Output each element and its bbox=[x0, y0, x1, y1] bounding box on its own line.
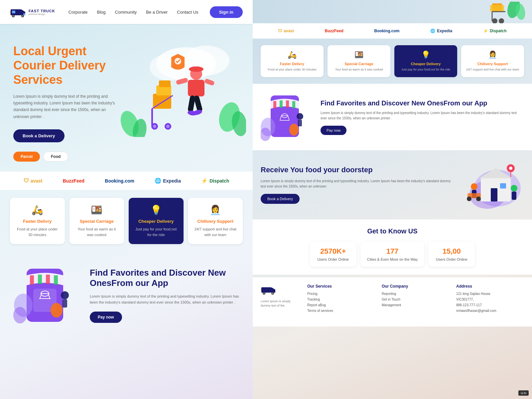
footer-link-reportabug[interactable]: Report aBug bbox=[307, 303, 375, 307]
right-book-delivery-button[interactable]: Book a Delivery bbox=[261, 194, 300, 204]
svg-point-37 bbox=[166, 125, 170, 128]
right-fc-cheaper-desc: Just pay for your food,not for the ride bbox=[398, 67, 454, 72]
right-panel: 🛡 avast BuzzFeed Booking.com 🌐 Expedia ⚡… bbox=[253, 0, 532, 399]
feature-support-title: Chilivery Support bbox=[193, 219, 238, 224]
feature-cheaper-desc: Just pay for your food,not for the ride bbox=[133, 226, 179, 237]
footer-link-reporting[interactable]: Reporting bbox=[382, 292, 450, 296]
footer-link-pricing[interactable]: Pricing bbox=[307, 292, 375, 296]
app-description: Lorem Ipsum is simply dummy text of the … bbox=[90, 293, 239, 306]
partner-avast: 🛡 avast bbox=[24, 178, 43, 184]
right-find-desc: Lorem Ipsum is simply dummy text of the … bbox=[321, 110, 524, 121]
nav-community[interactable]: Community bbox=[115, 10, 137, 15]
svg-rect-85 bbox=[261, 287, 271, 293]
svg-point-67 bbox=[289, 124, 299, 136]
type-parcel-button[interactable]: Parcel bbox=[13, 152, 40, 162]
svg-point-90 bbox=[272, 293, 273, 294]
footer-address-title: Address bbox=[456, 284, 524, 289]
partner-booking: Booking.com bbox=[105, 178, 134, 184]
footer-col-services: Our Services Pricing Tracking Report aBu… bbox=[307, 284, 375, 315]
svg-point-53 bbox=[492, 18, 497, 23]
right-find-fav-section: Find Favorites and Discover New OnesFrom… bbox=[253, 84, 532, 150]
svg-point-83 bbox=[467, 197, 471, 201]
app-title: Find Favorites and Discover New OnesFrom… bbox=[90, 268, 239, 288]
feature-cheaper-title: Cheaper Delivery bbox=[133, 219, 179, 224]
partner-dispatch: ⚡ Dispatch bbox=[201, 178, 229, 184]
right-top-decor bbox=[253, 0, 532, 23]
gtk-stats: 2570K+ Users Order Online 177 Cities & E… bbox=[261, 242, 524, 267]
watermark: ui.to bbox=[518, 390, 529, 396]
svg-point-35 bbox=[153, 125, 156, 128]
svg-point-18 bbox=[175, 58, 181, 65]
feature-faster-title: Faster Delivry bbox=[15, 219, 60, 224]
gtk-stat-users-number: 2570K+ bbox=[317, 247, 350, 256]
nav-corporate[interactable]: Corporate bbox=[68, 10, 88, 15]
footer-columns: Lorem Ipsum is simply dummy text of the.… bbox=[261, 284, 524, 315]
footer-services-title: Our Services bbox=[307, 284, 375, 289]
right-receive-section: Receive You food your doorstep Lorem Ips… bbox=[253, 150, 532, 219]
nav-be-driver[interactable]: Be a Driver bbox=[146, 10, 168, 15]
nav-blog[interactable]: Blog bbox=[97, 10, 105, 15]
right-find-text: Find Favorites and Discover New OnesFrom… bbox=[321, 99, 524, 135]
hero-text: Local Urgent Courier Delivery Services L… bbox=[13, 44, 126, 162]
footer-link-tracking[interactable]: Tracking bbox=[307, 298, 375, 301]
nav-contact[interactable]: Contact Us bbox=[177, 10, 198, 15]
right-fc-faster: 🛵 Faster Delivry Food at your place unde… bbox=[261, 45, 324, 77]
right-fc-support: 👩‍💼 Chilivery Support 24/7 support and l… bbox=[461, 45, 524, 77]
svg-rect-60 bbox=[273, 101, 276, 108]
svg-rect-76 bbox=[491, 188, 497, 201]
get-to-know-section: Get to Know US 2570K+ Users Order Online… bbox=[253, 219, 532, 275]
gtk-stat-users-label: Users Order Online bbox=[317, 257, 350, 261]
feature-card-faster: 🛵 Faster Delivry Food at your place unde… bbox=[10, 198, 65, 244]
feature-card-cheaper: 💡 Cheaper Delivery Just pay for your foo… bbox=[129, 198, 184, 244]
app-section: Find Favorites and Discover New OnesFrom… bbox=[0, 252, 253, 338]
hero-description: Lorem Ipsum is simply dummy text of the … bbox=[13, 93, 120, 120]
svg-point-50 bbox=[13, 307, 27, 324]
right-fc-cheaper-title: Cheaper Delivery bbox=[398, 62, 454, 66]
right-feature-cards: 🛵 Faster Delivry Food at your place unde… bbox=[253, 39, 532, 84]
gtk-stat-cities: 177 Cities & Even More on the Way bbox=[360, 242, 424, 267]
right-pay-now-button[interactable]: Pay now bbox=[321, 126, 346, 135]
svg-rect-66 bbox=[298, 120, 302, 126]
footer-link-management[interactable]: Management bbox=[382, 303, 450, 307]
svg-rect-61 bbox=[280, 100, 283, 108]
hero-section: Local Urgent Courier Delivery Services L… bbox=[0, 24, 253, 172]
feature-cards: 🛵 Faster Delivry Food at your place unde… bbox=[0, 190, 253, 252]
svg-rect-77 bbox=[500, 183, 506, 189]
right-partner-dispatch: ⚡ Dispatch bbox=[483, 29, 507, 33]
svg-rect-20 bbox=[188, 80, 204, 96]
svg-rect-42 bbox=[54, 275, 58, 285]
right-partner-avast: 🛡 avast bbox=[278, 29, 294, 33]
svg-rect-32 bbox=[151, 109, 153, 125]
right-find-title: Find Favorites and Discover New OnesFrom… bbox=[321, 99, 524, 107]
right-partner-buzzfeed: BuzzFeed bbox=[325, 29, 343, 33]
right-fc-cheaper: 💡 Cheaper Delivery Just pay for your foo… bbox=[394, 45, 457, 77]
right-app-illustration bbox=[261, 90, 314, 144]
signin-button[interactable]: Sign in bbox=[210, 6, 243, 18]
gtk-stat-cities-number: 177 bbox=[367, 247, 418, 256]
right-fc-special-desc: Your food as warm as it was cooked bbox=[331, 67, 387, 72]
nav-links: Corporate Blog Community Be a Driver Con… bbox=[68, 10, 210, 15]
footer-email[interactable]: mrIawsIfhasan@gmail.com bbox=[456, 309, 524, 313]
feature-card-support: 👩‍💼 Chilivery Support 24/7 support and l… bbox=[188, 198, 243, 244]
hero-title: Local Urgent Courier Delivery Services bbox=[13, 44, 126, 87]
gtk-stat-orders: 15,00 Users Order Online bbox=[428, 242, 475, 267]
type-food-button[interactable]: Food bbox=[43, 152, 68, 162]
right-fc-faster-title: Faster Delivry bbox=[264, 62, 320, 66]
right-receive-desc: Lorem Ipsum is simply dummy text of the … bbox=[261, 179, 451, 189]
svg-marker-86 bbox=[271, 287, 275, 293]
book-delivery-button[interactable]: Book a Delivery bbox=[13, 129, 65, 142]
svg-rect-62 bbox=[286, 100, 289, 108]
footer-link-terms[interactable]: Terms of services bbox=[307, 309, 375, 313]
svg-point-78 bbox=[471, 183, 477, 190]
hero-illustration bbox=[120, 34, 246, 140]
right-receive-title: Receive You food your doorstep bbox=[261, 166, 451, 174]
app-text: Find Favorites and Discover New OnesFrom… bbox=[90, 268, 239, 323]
footer-company-title: Our Company bbox=[382, 284, 450, 289]
svg-rect-41 bbox=[46, 275, 50, 284]
right-partners-strip: 🛡 avast BuzzFeed Booking.com 🌐 Expedia ⚡… bbox=[253, 23, 532, 39]
right-partner-booking: Booking.com bbox=[374, 29, 399, 33]
feature-special-title: Special Carriage bbox=[74, 219, 120, 224]
pay-now-button[interactable]: Pay now bbox=[90, 312, 122, 323]
feature-card-special: 🍱 Special Carriage Your food as warm as … bbox=[69, 198, 124, 244]
footer-link-getintouch[interactable]: Get in Touch bbox=[382, 298, 450, 301]
